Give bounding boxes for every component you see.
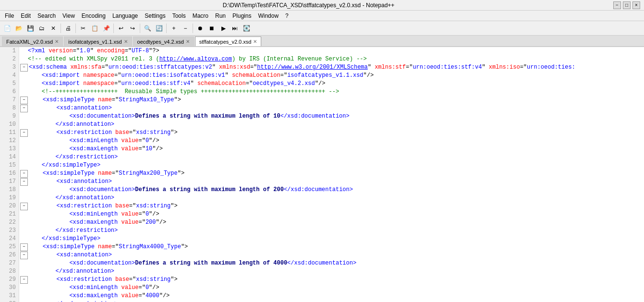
linenum-15: 15 <box>0 161 19 169</box>
tab-oecd[interactable]: oecdtypes_v4.2.xsd ✕ <box>133 36 194 46</box>
linenum-32: 32 <box>0 300 19 302</box>
menu-encoding[interactable]: Encoding <box>79 12 109 20</box>
fold-11[interactable]: − <box>20 129 28 137</box>
code-line-24: </xsd:simpleType> <box>19 235 644 243</box>
tab-bar: FatcaXML_v2.0.xsd ✕ isofatcatypes_v1.1.x… <box>0 36 644 47</box>
tab-stffatca-close[interactable]: ✕ <box>253 39 257 44</box>
tab-fatcaxml-close[interactable]: ✕ <box>55 39 59 44</box>
zoom-in-button[interactable]: + <box>169 23 179 34</box>
linenum-22: 22 <box>0 218 19 227</box>
title-bar: D:\DW\Temp\Test\FATCA_XSD\stffatcatypes_… <box>0 0 644 11</box>
toolbar: 📄 📂 💾 🗂 ✕ 🖨 ✂ 📋 📌 ↩ ↪ 🔍 🔄 + − ⏺ ⏹ ▶ ⏭ 💽 <box>0 21 644 36</box>
linenum-16: 16 <box>0 169 19 178</box>
menu-settings[interactable]: Settings <box>142 12 168 20</box>
tab-fatcaxml-label: FatcaXML_v2.0.xsd <box>6 39 53 45</box>
code-line-4: <xsd:import namespace="urn:oeod:ties:iso… <box>19 72 644 80</box>
title-bar-controls: − □ × <box>613 1 640 9</box>
close-button2[interactable]: ✕ <box>48 23 59 34</box>
menu-search[interactable]: Search <box>35 12 59 20</box>
fold-7[interactable]: − <box>20 97 28 104</box>
linenum-18: 18 <box>0 186 19 194</box>
fold-8[interactable]: − <box>20 105 28 112</box>
linenum-8: 8 <box>0 104 19 112</box>
title-bar-text: D:\DW\Temp\Test\FATCA_XSD\stffatcatypes_… <box>4 2 613 9</box>
code-line-7: − <xsd:simpleType name="StringMax10_Type… <box>19 96 644 104</box>
code-line-12: <xsd:minLength value="0"/> <box>19 137 644 145</box>
code-line-1: <?xml version="1.0" encoding="UTF-8"?> <box>19 47 644 55</box>
macro-save-button[interactable]: 💽 <box>241 23 252 34</box>
fold-17[interactable]: − <box>20 178 28 186</box>
menu-language[interactable]: Language <box>109 12 141 20</box>
toolbar-sep-2 <box>75 24 76 33</box>
save-button[interactable]: 💾 <box>25 23 36 34</box>
code-line-23: </xsd:restriction> <box>19 227 644 235</box>
fold-3[interactable]: − <box>20 64 28 72</box>
linenum-25: 25 <box>0 243 19 251</box>
code-line-22: <xsd:maxLength value="200"/> <box>19 218 644 227</box>
code-line-11: − <xsd:restriction base="xsd:string"> <box>19 129 644 137</box>
undo-button[interactable]: ↩ <box>116 23 126 34</box>
code-line-18: <xsd:documentation>Defines a string with… <box>19 186 644 194</box>
tab-isofatca-close[interactable]: ✕ <box>124 39 128 44</box>
linenum-29: 29 <box>0 276 19 284</box>
code-line-32: </xsd:restriction> <box>19 300 644 302</box>
linenum-30: 30 <box>0 284 19 292</box>
open-button[interactable]: 📂 <box>13 23 24 34</box>
cut-button[interactable]: ✂ <box>78 23 88 34</box>
macro-rec-button[interactable]: ⏺ <box>195 23 206 34</box>
code-area[interactable]: <?xml version="1.0" encoding="UTF-8"?> <… <box>19 47 644 302</box>
menu-help[interactable]: ? <box>282 12 292 20</box>
code-line-2: <!-- edited with XMLSpy v2011 rel. 3 (ht… <box>19 55 644 63</box>
linenum-9: 9 <box>0 112 19 121</box>
redo-button[interactable]: ↪ <box>127 23 138 34</box>
tab-isofatca[interactable]: isofatcatypes_v1.1.xsd ✕ <box>64 36 132 46</box>
linenum-3: 3 <box>0 63 19 72</box>
macro-stop-button[interactable]: ⏹ <box>207 23 217 34</box>
menu-macro[interactable]: Macro <box>190 12 211 20</box>
find-button[interactable]: 🔍 <box>142 23 153 34</box>
menu-window[interactable]: Window <box>255 12 281 20</box>
new-button[interactable]: 📄 <box>2 23 12 34</box>
linenum-6: 6 <box>0 88 19 96</box>
menu-tools[interactable]: Tools <box>170 12 189 20</box>
fold-26[interactable]: − <box>20 252 28 259</box>
copy-button[interactable]: 📋 <box>89 23 100 34</box>
code-line-9: <xsd:documentation>Defines a string with… <box>19 112 644 121</box>
tab-oecd-close[interactable]: ✕ <box>186 39 190 44</box>
toolbar-sep-5 <box>166 24 167 33</box>
macro-next-button[interactable]: ⏭ <box>230 23 240 34</box>
code-line-20: − <xsd:restriction base="xsd:string"> <box>19 202 644 210</box>
code-line-31: <xsd:maxLength value="4000"/> <box>19 292 644 300</box>
minimize-button[interactable]: − <box>613 1 621 9</box>
menu-plugins[interactable]: Plugins <box>230 12 254 20</box>
linenum-4: 4 <box>0 72 19 80</box>
code-line-17: − <xsd:annotation> <box>19 178 644 186</box>
zoom-out-button[interactable]: − <box>180 23 191 34</box>
tab-stffatca[interactable]: stffatcatypes_v2.0.xsd ✕ <box>195 36 262 46</box>
macro-play-button[interactable]: ▶ <box>218 23 229 34</box>
menu-edit[interactable]: Edit <box>18 12 34 20</box>
toolbar-sep-3 <box>113 24 114 33</box>
fold-16[interactable]: − <box>20 170 28 178</box>
linenum-14: 14 <box>0 153 19 161</box>
tab-fatcaxml[interactable]: FatcaXML_v2.0.xsd ✕ <box>2 36 63 46</box>
menu-view[interactable]: View <box>60 12 78 20</box>
menu-run[interactable]: Run <box>212 12 229 20</box>
linenum-17: 17 <box>0 178 19 186</box>
save-all-button[interactable]: 🗂 <box>36 23 47 34</box>
tab-isofatca-label: isofatcatypes_v1.1.xsd <box>68 39 122 45</box>
line-numbers: 1 2 3 4 5 6 7 8 9 10 11 12 13 14 15 16 1… <box>0 47 19 302</box>
paste-button[interactable]: 📌 <box>101 23 111 34</box>
fold-25[interactable]: − <box>20 243 28 251</box>
linenum-27: 27 <box>0 259 19 267</box>
code-line-26: − <xsd:annotation> <box>19 251 644 259</box>
maximize-button[interactable]: □ <box>623 1 631 9</box>
fold-29[interactable]: − <box>20 276 28 284</box>
close-button[interactable]: × <box>632 1 640 9</box>
replace-button[interactable]: 🔄 <box>154 23 164 34</box>
menu-file[interactable]: File <box>2 12 17 20</box>
linenum-1: 1 <box>0 47 19 55</box>
fold-20[interactable]: − <box>20 203 28 210</box>
print-button[interactable]: 🖨 <box>63 23 73 34</box>
linenum-23: 23 <box>0 227 19 235</box>
